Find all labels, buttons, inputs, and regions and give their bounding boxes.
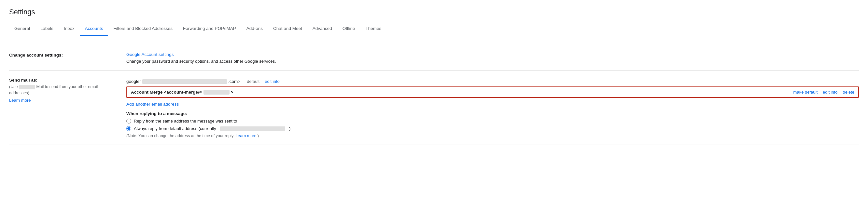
page-title: Settings <box>9 8 859 16</box>
reply-section: When replying to a message: Reply from t… <box>126 111 859 138</box>
send-mail-label: Send mail as: <box>9 78 119 82</box>
account-merge-display: Account Merge <account-merge@ > <box>131 90 787 95</box>
reply-same-address-label: Reply from the same address the message … <box>134 119 237 123</box>
reply-same-address-radio[interactable] <box>126 119 131 123</box>
tab-labels[interactable]: Labels <box>35 23 59 36</box>
account-merge-prefix: Account Merge <account-merge@ <box>131 90 202 95</box>
google-account-settings-link[interactable]: Google Account settings <box>126 52 174 57</box>
tab-advanced[interactable]: Advanced <box>307 23 337 36</box>
account-merge-actions: make default edit info delete <box>787 90 854 95</box>
merge-edit-info-link[interactable]: edit info <box>823 90 838 95</box>
send-mail-redacted <box>19 85 35 89</box>
reply-default-label-prefix: Always reply from default address (curre… <box>134 126 216 131</box>
reply-note-prefix: (Note: You can change the address at the… <box>126 134 235 138</box>
send-mail-section: Send mail as: (Use Mail to send from you… <box>9 71 859 145</box>
primary-email-prefix: googler <box>126 79 141 84</box>
change-account-content: Google Account settings Change your pass… <box>126 52 859 64</box>
reply-default-address-option[interactable]: Always reply from default address (curre… <box>126 126 859 131</box>
send-mail-sublabel: (Use Mail to send from your other email … <box>9 84 119 96</box>
delete-link[interactable]: delete <box>843 90 854 95</box>
settings-content: Change account settings: Google Account … <box>0 36 868 154</box>
reply-note: (Note: You can change the address at the… <box>126 134 859 138</box>
add-email-link[interactable]: Add another email address <box>126 102 179 107</box>
change-account-label: Change account settings: <box>9 53 63 58</box>
send-mail-label-col: Send mail as: (Use Mail to send from you… <box>9 77 126 103</box>
tab-forwarding[interactable]: Forwarding and POP/IMAP <box>178 23 241 36</box>
reply-default-address-radio[interactable] <box>126 126 131 131</box>
tab-general[interactable]: General <box>9 23 35 36</box>
make-default-link[interactable]: make default <box>794 90 817 95</box>
account-merge-redacted <box>204 90 229 95</box>
send-mail-use-text: (Use <box>9 84 18 89</box>
reply-same-address-option[interactable]: Reply from the same address the message … <box>126 119 859 123</box>
primary-email-row: googler .com> default edit info <box>126 77 859 86</box>
reply-learn-more-link[interactable]: Learn more <box>236 134 256 138</box>
primary-email-actions: default edit info <box>240 79 280 84</box>
tab-inbox[interactable]: Inbox <box>59 23 80 36</box>
primary-email-display: googler .com> <box>126 79 240 84</box>
settings-tabs: General Labels Inbox Accounts Filters an… <box>9 23 859 36</box>
change-account-section: Change account settings: Google Account … <box>9 45 859 71</box>
change-account-label-col: Change account settings: <box>9 52 126 58</box>
account-merge-suffix: > <box>231 90 234 95</box>
change-account-description: Change your password and security option… <box>126 59 859 64</box>
tab-filters[interactable]: Filters and Blocked Addresses <box>108 23 178 36</box>
reply-default-label-redacted <box>220 126 285 131</box>
tab-themes[interactable]: Themes <box>361 23 387 36</box>
tab-accounts[interactable]: Accounts <box>80 23 108 36</box>
primary-email-suffix: .com> <box>228 79 240 84</box>
primary-email-redacted <box>142 79 227 84</box>
tab-offline[interactable]: Offline <box>337 23 361 36</box>
send-mail-content: googler .com> default edit info Account … <box>126 77 859 138</box>
primary-edit-info-link[interactable]: edit info <box>265 79 280 84</box>
tab-addons[interactable]: Add-ons <box>241 23 268 36</box>
primary-default-label: default <box>247 79 259 84</box>
tab-chat[interactable]: Chat and Meet <box>268 23 307 36</box>
reply-section-title: When replying to a message: <box>126 111 859 116</box>
account-merge-row: Account Merge <account-merge@ > make def… <box>126 86 859 98</box>
reply-note-suffix: ) <box>257 134 259 138</box>
reply-default-label-suffix: ) <box>289 126 290 131</box>
send-mail-learn-more-link[interactable]: Learn more <box>9 98 31 103</box>
